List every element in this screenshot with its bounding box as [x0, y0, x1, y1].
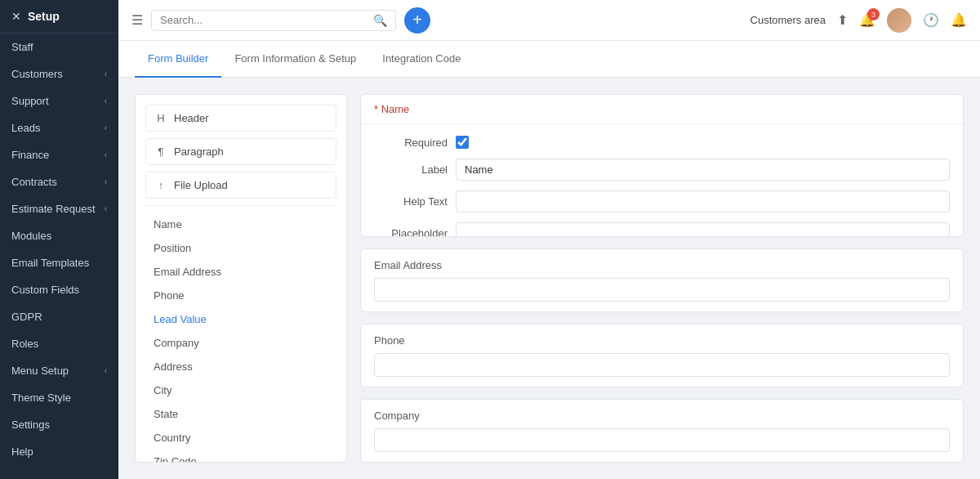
content: Form BuilderForm Information & SetupInte… — [118, 41, 980, 479]
help-text-input[interactable] — [456, 190, 950, 213]
topbar-right: Customers area ⬆ 🔔 3 🕐 🔔 — [751, 8, 967, 33]
sidebar-item-modules[interactable]: Modules — [0, 222, 118, 249]
placeholder-input[interactable] — [456, 222, 950, 237]
email-section-title: Email Address — [374, 259, 950, 271]
chevron-icon-menu-setup: ‹ — [105, 366, 107, 375]
name-section-body: Required Label Help Text Placeholde — [361, 124, 963, 237]
required-label: Required — [374, 137, 448, 149]
notifications-icon[interactable]: 🔔 3 — [859, 12, 875, 28]
placeholder-label: Placeholder — [374, 227, 448, 237]
form-builder-body: HHeader¶Paragraph↑File Upload NamePositi… — [118, 78, 980, 479]
sidebar-item-label-staff: Staff — [11, 41, 33, 53]
sidebar-item-finance[interactable]: Finance‹ — [0, 141, 118, 168]
field-item-address[interactable]: Address — [145, 355, 336, 378]
sidebar-item-staff[interactable]: Staff — [0, 34, 118, 60]
right-panel: * Name Required Label Help Text — [360, 94, 964, 463]
phone-section-input[interactable] — [374, 353, 950, 377]
block-paragraph[interactable]: ¶Paragraph — [145, 138, 336, 165]
sidebar-item-label-gdpr: GDPR — [11, 311, 42, 323]
field-item-position[interactable]: Position — [145, 236, 336, 260]
add-button[interactable]: + — [404, 7, 430, 34]
email-section: Email Address — [360, 248, 964, 312]
search-input[interactable] — [160, 14, 368, 26]
help-text-row: Help Text — [374, 190, 950, 213]
sidebar-item-roles[interactable]: Roles — [0, 330, 118, 357]
tab-form-builder[interactable]: Form Builder — [135, 41, 221, 78]
header-icon: H — [154, 112, 167, 124]
tab-form-info[interactable]: Form Information & Setup — [221, 41, 369, 78]
field-item-lead-value[interactable]: Lead Value — [145, 307, 336, 331]
chevron-icon-customers: ‹ — [105, 69, 107, 78]
sidebar-item-estimate-request[interactable]: Estimate Request‹ — [0, 195, 118, 222]
field-item-zip-code[interactable]: Zip Code — [145, 450, 336, 463]
field-item-email-address[interactable]: Email Address — [145, 260, 336, 284]
sidebar-item-gdpr[interactable]: GDPR — [0, 303, 118, 330]
sidebar-item-label-leads: Leads — [11, 122, 40, 134]
sidebar-item-label-email-templates: Email Templates — [11, 257, 89, 269]
notification-badge: 3 — [867, 8, 880, 20]
menu-icon[interactable]: ☰ — [131, 12, 143, 28]
chevron-icon-finance: ‹ — [105, 150, 107, 159]
topbar: ☰ 🔍 + Customers area ⬆ 🔔 3 🕐 🔔 — [118, 0, 980, 41]
block-label-file-upload: File Upload — [174, 179, 228, 191]
sidebar-item-menu-setup[interactable]: Menu Setup‹ — [0, 357, 118, 384]
avatar-image — [887, 8, 911, 33]
field-item-country[interactable]: Country — [145, 426, 336, 450]
sidebar-item-label-modules: Modules — [11, 230, 51, 242]
company-section-input[interactable] — [374, 428, 950, 452]
sidebar-item-theme-style[interactable]: Theme Style — [0, 384, 118, 411]
sidebar-item-label-contracts: Contracts — [11, 176, 57, 188]
sidebar-item-contracts[interactable]: Contracts‹ — [0, 168, 118, 195]
sidebar-item-label-finance: Finance — [11, 149, 49, 161]
email-section-input[interactable] — [374, 278, 950, 302]
sidebar-item-label-help: Help — [11, 445, 33, 458]
name-section-title: * Name — [361, 95, 963, 124]
block-header[interactable]: HHeader — [145, 105, 336, 132]
sidebar-item-support[interactable]: Support‹ — [0, 87, 118, 114]
block-file-upload[interactable]: ↑File Upload — [145, 172, 336, 199]
sidebar-item-settings[interactable]: Settings — [0, 411, 118, 438]
bell-icon[interactable]: 🔔 — [951, 12, 967, 28]
sidebar-item-customers[interactable]: Customers‹ — [0, 60, 118, 87]
label-label: Label — [374, 163, 448, 176]
tabs: Form BuilderForm Information & SetupInte… — [118, 41, 980, 78]
sidebar-item-email-templates[interactable]: Email Templates — [0, 249, 118, 276]
share-icon[interactable]: ⬆ — [837, 12, 848, 28]
placeholder-row: Placeholder — [374, 222, 950, 237]
chevron-icon-support: ‹ — [105, 96, 107, 105]
left-panel: HHeader¶Paragraph↑File Upload NamePositi… — [135, 94, 347, 463]
divider — [145, 205, 336, 206]
field-item-city[interactable]: City — [145, 378, 336, 402]
tab-integration-code[interactable]: Integration Code — [369, 41, 474, 78]
company-section-title: Company — [374, 410, 950, 422]
sidebar-item-label-estimate-request: Estimate Request — [11, 203, 96, 215]
company-section: Company — [360, 399, 964, 463]
field-item-phone[interactable]: Phone — [145, 284, 336, 307]
name-section: * Name Required Label Help Text — [360, 94, 964, 237]
chevron-icon-estimate-request: ‹ — [105, 204, 107, 213]
required-checkbox[interactable] — [456, 136, 469, 149]
history-icon[interactable]: 🕐 — [923, 12, 939, 28]
area-label: Customers area — [751, 14, 826, 26]
chevron-icon-contracts: ‹ — [105, 177, 107, 186]
sidebar-close-icon[interactable]: ✕ — [11, 10, 21, 23]
search-box: 🔍 — [151, 10, 396, 31]
sidebar-item-label-customers: Customers — [11, 68, 63, 80]
sidebar-item-label-custom-fields: Custom Fields — [11, 284, 79, 296]
label-input[interactable] — [456, 159, 950, 181]
avatar[interactable] — [887, 8, 911, 33]
help-text-label: Help Text — [374, 195, 448, 208]
main-area: ☰ 🔍 + Customers area ⬆ 🔔 3 🕐 🔔 Form Buil… — [118, 0, 980, 479]
sidebar-item-label-roles: Roles — [11, 338, 38, 350]
label-row: Label — [374, 159, 950, 181]
sidebar-item-leads[interactable]: Leads‹ — [0, 114, 118, 141]
block-label-header: Header — [174, 112, 209, 124]
sidebar-item-custom-fields[interactable]: Custom Fields — [0, 276, 118, 303]
field-item-name[interactable]: Name — [145, 213, 336, 236]
sidebar-item-label-settings: Settings — [11, 419, 50, 431]
sidebar-item-help[interactable]: Help — [0, 438, 118, 465]
block-label-paragraph: Paragraph — [174, 145, 224, 158]
field-item-company[interactable]: Company — [145, 331, 336, 355]
phone-section-title: Phone — [374, 334, 950, 347]
field-item-state[interactable]: State — [145, 402, 336, 426]
